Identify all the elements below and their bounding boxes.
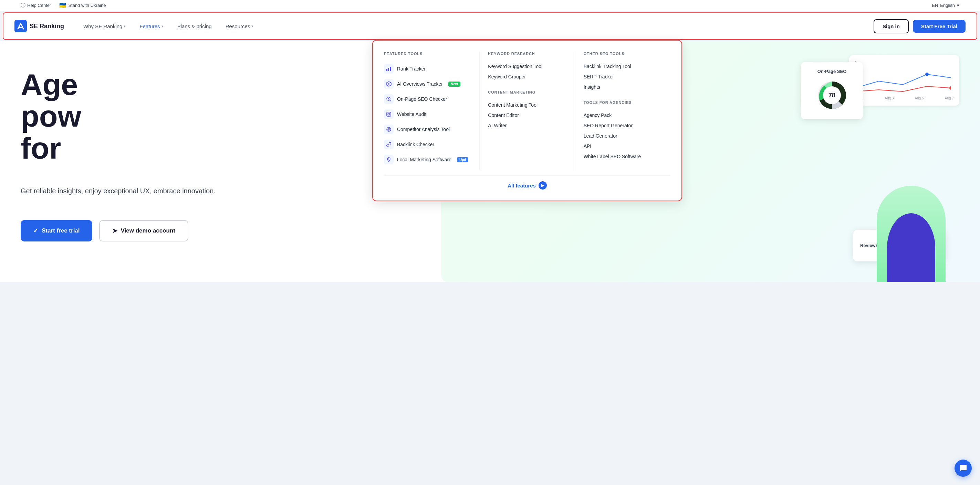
- agencies-title: TOOLS FOR AGENCIES: [584, 100, 662, 105]
- rank-tracker-icon: [384, 64, 394, 74]
- featured-tools-col: FEATURED TOOLS Rank Tracker AI Overviews…: [384, 52, 479, 170]
- backlink-checker-link[interactable]: Backlink Checker: [384, 137, 471, 152]
- svg-point-15: [388, 158, 390, 160]
- svg-point-8: [388, 98, 389, 100]
- svg-line-7: [390, 100, 391, 101]
- lead-generator-link[interactable]: Lead Generator: [584, 131, 662, 141]
- main-nav: Why SE Ranking ▾ Features ▾ Plans & pric…: [78, 21, 873, 32]
- start-free-trial-button[interactable]: Start Free Trial: [913, 20, 966, 33]
- line-chart-y-label: 0: [855, 60, 954, 65]
- keyword-suggestion-tool-link[interactable]: Keyword Suggestion Tool: [488, 61, 566, 71]
- seo-score-chart: 78: [815, 78, 849, 113]
- website-audit-icon: [384, 109, 394, 119]
- header-actions: Sign in Start Free Trial: [873, 19, 966, 33]
- all-features-link[interactable]: All features ▶: [508, 181, 547, 190]
- chevron-down-icon: ▾: [124, 24, 126, 29]
- competitor-analysis-link[interactable]: Competitor Analysis Tool: [384, 122, 471, 137]
- ukraine-banner[interactable]: 🇺🇦 Stand with Ukraine: [59, 2, 106, 9]
- local-marketing-icon: [384, 155, 394, 165]
- features-dropdown: FEATURED TOOLS Rank Tracker AI Overviews…: [372, 40, 682, 201]
- seo-report-generator-link[interactable]: SEO Report Generator: [584, 120, 662, 131]
- ai-overviews-icon: [384, 79, 394, 89]
- sign-in-button[interactable]: Sign in: [873, 19, 909, 33]
- new-badge: New: [448, 81, 460, 87]
- svg-rect-3: [390, 67, 391, 71]
- backlink-checker-icon: [384, 139, 394, 149]
- on-page-seo-icon: [384, 94, 394, 104]
- chevron-down-icon: ▾: [957, 3, 959, 8]
- hero-heading: Age pow for: [21, 69, 81, 164]
- upd-badge: Upd: [457, 157, 468, 162]
- hero-cta-group: ✓ Start free trial ➤ View demo account: [21, 220, 188, 241]
- arrow-right-icon: ▶: [539, 181, 547, 190]
- line-chart-labels: Aug 1 Aug 3 Aug 5 Aug 7: [855, 96, 954, 100]
- help-center-link[interactable]: ⓘ Help Center: [21, 2, 51, 9]
- seo-score-number: 78: [829, 92, 835, 99]
- svg-rect-1: [387, 69, 387, 71]
- view-demo-button[interactable]: ➤ View demo account: [99, 220, 188, 241]
- svg-rect-2: [388, 68, 389, 71]
- chevron-down-icon: ▾: [251, 24, 253, 29]
- content-marketing-tool-link[interactable]: Content Marketing Tool: [488, 100, 566, 110]
- api-link[interactable]: API: [584, 141, 662, 151]
- keyword-content-col: KEYWORD RESEARCH Keyword Suggestion Tool…: [479, 52, 575, 170]
- nav-features[interactable]: Features ▾: [134, 21, 169, 32]
- help-icon: ⓘ: [21, 2, 25, 9]
- header: SE Ranking Why SE Ranking ▾ Features ▾ P…: [3, 13, 977, 40]
- svg-point-14: [388, 129, 389, 130]
- website-audit-link[interactable]: Website Audit: [384, 107, 471, 122]
- local-marketing-link[interactable]: Local Marketing Software Upd: [384, 152, 471, 167]
- backlink-tracking-tool-link[interactable]: Backlink Tracking Tool: [584, 61, 662, 71]
- content-marketing-section: CONTENT MARKETING Content Marketing Tool…: [488, 90, 566, 131]
- dropdown-footer: All features ▶: [384, 176, 670, 190]
- ai-overviews-tracker-link[interactable]: AI Overviews Tracker New: [384, 76, 471, 92]
- ai-writer-link[interactable]: AI Writer: [488, 120, 566, 131]
- other-seo-tools-section: OTHER SEO TOOLS Backlink Tracking Tool S…: [584, 52, 662, 92]
- language-selector[interactable]: EN English ▾: [932, 3, 959, 8]
- on-page-seo-widget: On-Page SEO 78: [801, 62, 863, 119]
- agency-pack-link[interactable]: Agency Pack: [584, 110, 662, 120]
- start-free-trial-hero-button[interactable]: ✓ Start free trial: [21, 220, 92, 241]
- hero-subtitle: Get reliable insights, enjoy exceptional…: [21, 186, 216, 196]
- chevron-down-icon: ▾: [162, 24, 164, 29]
- svg-point-16: [925, 73, 929, 76]
- line-chart-svg: [855, 67, 951, 95]
- other-agencies-col: OTHER SEO TOOLS Backlink Tracking Tool S…: [575, 52, 670, 170]
- nav-resources[interactable]: Resources ▾: [220, 21, 259, 32]
- tools-for-agencies-section: TOOLS FOR AGENCIES Agency Pack SEO Repor…: [584, 100, 662, 162]
- line-chart-widget: 0 Aug 1 Aug 3 Aug 5 Aug 7: [849, 55, 959, 106]
- content-editor-link[interactable]: Content Editor: [488, 110, 566, 120]
- competitor-analysis-icon: [384, 125, 394, 134]
- rank-tracker-link[interactable]: Rank Tracker: [384, 61, 471, 76]
- svg-rect-0: [14, 20, 27, 32]
- svg-point-5: [388, 83, 390, 85]
- keyword-grouper-link[interactable]: Keyword Grouper: [488, 71, 566, 82]
- ukraine-flag-icon: 🇺🇦: [59, 2, 66, 9]
- nav-plans-pricing[interactable]: Plans & pricing: [172, 21, 217, 32]
- seo-widget-title: On-Page SEO: [808, 69, 856, 74]
- keyword-research-section: KEYWORD RESEARCH Keyword Suggestion Tool…: [488, 52, 566, 82]
- nav-why-se-ranking[interactable]: Why SE Ranking ▾: [78, 21, 131, 32]
- insights-link[interactable]: Insights: [584, 82, 662, 92]
- serp-tracker-link[interactable]: SERP Tracker: [584, 71, 662, 82]
- other-seo-tools-title: OTHER SEO TOOLS: [584, 52, 662, 56]
- keyword-research-title: KEYWORD RESEARCH: [488, 52, 566, 56]
- on-page-seo-checker-link[interactable]: On-Page SEO Checker: [384, 92, 471, 107]
- white-label-seo-link[interactable]: White Label SEO Software: [584, 151, 662, 162]
- svg-point-17: [949, 86, 951, 90]
- top-bar: ⓘ Help Center 🇺🇦 Stand with Ukraine EN E…: [0, 0, 980, 11]
- logo[interactable]: SE Ranking: [14, 20, 64, 32]
- featured-tools-title: FEATURED TOOLS: [384, 52, 471, 56]
- content-marketing-title: CONTENT MARKETING: [488, 90, 566, 94]
- person-avatar: [877, 186, 945, 282]
